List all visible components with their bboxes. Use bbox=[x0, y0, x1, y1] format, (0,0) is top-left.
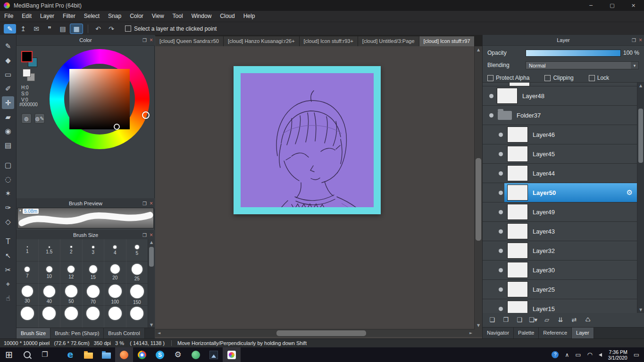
layer-row-layer48[interactable]: Layer48 bbox=[483, 86, 637, 106]
select-eraser-tool[interactable]: ◇ bbox=[2, 215, 14, 228]
menu-item-layer[interactable]: Layer bbox=[36, 11, 59, 22]
document-tab-5[interactable]: [cloud] Icon stuff:r97 bbox=[419, 36, 475, 46]
layer-visibility-dot[interactable] bbox=[499, 210, 503, 214]
file-explorer-icon[interactable] bbox=[79, 347, 97, 362]
layer-visibility-dot[interactable] bbox=[499, 171, 503, 176]
chat-icon[interactable]: ❞ bbox=[43, 24, 56, 34]
layer-row-folder37[interactable]: Folder37 bbox=[483, 106, 637, 125]
sv-cursor[interactable] bbox=[114, 124, 120, 130]
settings-icon[interactable]: ⚙ bbox=[169, 347, 187, 362]
lasso-tool[interactable]: ◌ bbox=[2, 173, 14, 185]
alt-color-swatch-1[interactable] bbox=[23, 69, 31, 77]
checkbox-box[interactable] bbox=[487, 75, 493, 81]
menu-item-select[interactable]: Select bbox=[80, 11, 104, 22]
close-panel-icon[interactable]: × bbox=[150, 200, 153, 207]
popout-icon[interactable]: ❐ bbox=[142, 233, 147, 238]
color-mode-button[interactable]: ◍ bbox=[21, 113, 32, 124]
volume-icon[interactable] bbox=[599, 353, 602, 357]
document-tab-4[interactable]: [cloud] Untitled/3:Page bbox=[358, 36, 419, 46]
undo-icon[interactable]: ↶ bbox=[92, 24, 104, 34]
brush-size-option[interactable]: 2 bbox=[60, 239, 83, 261]
scroll-up-icon[interactable]: ▲ bbox=[475, 46, 482, 54]
brush-size-option[interactable]: 12 bbox=[60, 261, 83, 284]
tablet-icon[interactable]: ▭ bbox=[575, 351, 581, 358]
move-tool[interactable]: ✛ bbox=[2, 96, 14, 109]
redo-icon[interactable]: ↷ bbox=[105, 24, 117, 34]
scroll-up-icon[interactable]: ▲ bbox=[637, 83, 644, 89]
close-button[interactable]: × bbox=[623, 0, 644, 11]
brush-size-option[interactable]: 50 bbox=[60, 284, 83, 306]
start-button[interactable]: ⊞ bbox=[0, 347, 18, 362]
scroll-down-icon[interactable]: ▼ bbox=[475, 322, 482, 329]
tab-brush-control[interactable]: Brush Control bbox=[104, 328, 144, 339]
layer-visibility-dot[interactable] bbox=[489, 113, 493, 118]
select-rect-tool[interactable]: ▢ bbox=[2, 159, 14, 171]
select-layer-checkbox[interactable]: Select a layer at the clicked point bbox=[125, 25, 217, 32]
canvas-artboard[interactable] bbox=[241, 73, 374, 207]
checkbox-box[interactable] bbox=[589, 75, 595, 81]
new-folder-icon[interactable]: ▱ bbox=[541, 315, 552, 325]
layer-row-layer30[interactable]: Layer30 bbox=[483, 261, 637, 280]
layer-row-layer32[interactable]: Layer32 bbox=[483, 241, 637, 261]
brush-size-option[interactable]: 3 bbox=[83, 239, 105, 261]
menu-item-cloud[interactable]: Cloud bbox=[216, 11, 239, 22]
layer-row-layer43[interactable]: Layer43 bbox=[483, 222, 637, 241]
horizontal-scrollbar[interactable]: ◄ ► bbox=[155, 329, 475, 337]
search-button[interactable] bbox=[18, 347, 36, 362]
menu-item-filter[interactable]: Filter bbox=[59, 11, 80, 22]
checkbox-box[interactable] bbox=[544, 75, 551, 81]
maximize-button[interactable]: ▢ bbox=[602, 0, 623, 11]
blending-select[interactable]: Normal ▾ bbox=[526, 61, 639, 69]
layer-visibility-dot[interactable] bbox=[499, 191, 503, 195]
layer-visibility-dot[interactable] bbox=[499, 307, 503, 311]
layer-visibility-dot[interactable] bbox=[499, 152, 503, 156]
menu-item-window[interactable]: Window bbox=[187, 11, 216, 22]
layer-visibility-dot[interactable] bbox=[499, 133, 503, 137]
medibang-paint-icon[interactable] bbox=[223, 347, 241, 362]
photos-icon[interactable] bbox=[205, 347, 223, 362]
layer-visibility-dot[interactable] bbox=[489, 94, 493, 98]
checkbox-protect-alpha[interactable]: Protect Alpha bbox=[487, 75, 529, 81]
layer-visibility-dot[interactable] bbox=[499, 287, 503, 292]
scroll-down-icon[interactable]: ▼ bbox=[637, 307, 644, 313]
layer-row-layer45[interactable]: Layer45 bbox=[483, 144, 637, 164]
grid-view-icon[interactable]: ▦ bbox=[70, 24, 83, 34]
canvas[interactable] bbox=[234, 66, 381, 214]
tab-navigator[interactable]: Navigator bbox=[483, 328, 514, 339]
green-app-icon[interactable] bbox=[187, 347, 205, 362]
checkbox-clipping[interactable]: Clipping bbox=[544, 75, 573, 81]
fill-rect-tool[interactable]: ▰ bbox=[2, 110, 14, 123]
popout-icon[interactable]: ❐ bbox=[632, 38, 636, 43]
hue-cursor[interactable] bbox=[142, 111, 150, 119]
menu-item-tool[interactable]: Tool bbox=[168, 11, 187, 22]
saturation-value-square[interactable] bbox=[69, 69, 130, 129]
menu-item-view[interactable]: View bbox=[148, 11, 168, 22]
tab-layer[interactable]: Layer bbox=[572, 328, 594, 339]
bucket-tool[interactable]: ◉ bbox=[2, 125, 14, 137]
checkbox-box[interactable] bbox=[125, 25, 131, 32]
tray-expand-icon[interactable]: ∧ bbox=[565, 352, 569, 358]
brush-size-option[interactable]: 5 bbox=[126, 239, 149, 261]
brush-size-option[interactable] bbox=[83, 306, 105, 328]
documents-folder-icon[interactable] bbox=[97, 347, 115, 362]
layer-row-layer15[interactable]: Layer15 bbox=[483, 299, 637, 313]
shape-tool[interactable]: ▭ bbox=[2, 68, 14, 81]
scrollbar-thumb[interactable] bbox=[149, 247, 154, 267]
primary-brush-icon[interactable]: ✎ bbox=[4, 24, 16, 34]
layer-row-partial[interactable] bbox=[483, 83, 637, 86]
checkbox-lock[interactable]: Lock bbox=[589, 75, 609, 81]
gradient-tool[interactable]: ▤ bbox=[2, 139, 14, 152]
select-pen-tool[interactable]: ✑ bbox=[2, 201, 14, 214]
help-icon[interactable]: ? bbox=[552, 351, 559, 358]
merge-down-icon[interactable]: ⇊ bbox=[555, 315, 566, 325]
new-layer-icon[interactable]: ❏ bbox=[486, 315, 498, 325]
menu-item-color[interactable]: Color bbox=[125, 11, 148, 22]
hand-tool[interactable]: ☝ bbox=[2, 292, 14, 304]
network-icon[interactable]: ◠ bbox=[587, 351, 592, 358]
brush-size-option[interactable] bbox=[60, 306, 83, 328]
layer-settings-gear-icon[interactable]: ⚙ bbox=[627, 188, 633, 197]
menu-item-snap[interactable]: Snap bbox=[104, 11, 125, 22]
popout-icon[interactable]: ❐ bbox=[142, 38, 147, 43]
brush-size-option[interactable] bbox=[126, 306, 149, 328]
scroll-right-icon[interactable]: ► bbox=[467, 329, 475, 337]
